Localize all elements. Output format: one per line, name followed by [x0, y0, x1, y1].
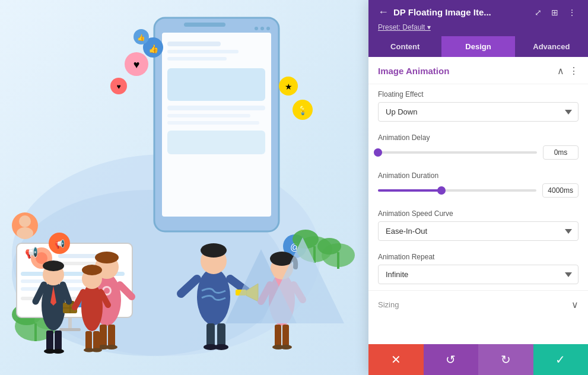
svg-rect-43 — [58, 254, 112, 258]
svg-line-66 — [120, 285, 132, 297]
svg-point-38 — [317, 238, 341, 255]
animation-delay-track[interactable] — [378, 151, 537, 154]
panel-title-area: ← DP Floating Image Ite... — [378, 6, 491, 18]
fullscreen-icon-button[interactable]: ⤢ — [532, 7, 544, 18]
tab-design[interactable]: Design — [441, 36, 514, 57]
sizing-title: Sizing — [378, 300, 399, 309]
svg-point-76 — [270, 252, 294, 266]
tab-advanced[interactable]: Advanced — [515, 36, 588, 57]
redo-button[interactable]: ↻ — [478, 344, 533, 375]
svg-rect-6 — [167, 50, 239, 53]
svg-rect-11 — [167, 121, 259, 125]
svg-rect-40 — [17, 243, 132, 317]
svg-point-30 — [15, 312, 56, 341]
svg-point-62 — [93, 274, 121, 326]
svg-rect-93 — [55, 330, 62, 351]
panel-header: ← DP Floating Image Ite... ⤢ ⊞ ⋮ Preset:… — [368, 0, 588, 36]
image-animation-title: Image Animation — [378, 66, 449, 76]
svg-rect-5 — [167, 42, 221, 46]
svg-point-61 — [214, 344, 228, 350]
animation-speed-curve-field: Animation Speed Curve Ease-In-Out Ease-I… — [368, 204, 588, 247]
more-options-button[interactable]: ⋮ — [565, 7, 579, 18]
svg-line-99 — [75, 292, 83, 307]
svg-rect-92 — [46, 330, 53, 351]
svg-point-13 — [255, 27, 258, 30]
illustration: ♥ ♥ 👍 👍 ★ 💡 @ — [0, 0, 356, 375]
svg-rect-101 — [85, 331, 92, 350]
animation-delay-field: Animation Delay 0ms — [368, 128, 588, 166]
floating-effect-select[interactable]: Up Down Left Right Diagonal None — [378, 102, 579, 122]
svg-point-63 — [95, 255, 119, 279]
svg-point-16 — [125, 52, 148, 76]
svg-line-65 — [82, 285, 94, 300]
svg-point-109 — [17, 227, 33, 239]
animation-repeat-label: Animation Repeat — [378, 253, 579, 261]
svg-point-84 — [43, 264, 64, 285]
delete-button[interactable]: ✕ — [368, 344, 424, 375]
animation-delay-thumb[interactable] — [374, 148, 382, 157]
sizing-expand-button[interactable]: ∨ — [571, 299, 579, 310]
animation-repeat-field: Animation Repeat Infinite Once Twice 3 T… — [368, 247, 588, 290]
svg-line-90 — [36, 285, 44, 301]
svg-rect-80 — [282, 325, 289, 347]
svg-point-14 — [260, 27, 264, 30]
svg-line-77 — [261, 285, 270, 301]
svg-rect-7 — [167, 57, 227, 61]
save-button[interactable]: ✓ — [533, 344, 589, 375]
animation-duration-thumb[interactable] — [437, 186, 446, 195]
animation-repeat-select[interactable]: Infinite Once Twice 3 Times — [378, 265, 579, 284]
svg-point-110 — [49, 233, 70, 254]
tab-content[interactable]: Content — [368, 36, 441, 57]
svg-line-55 — [181, 279, 197, 294]
svg-rect-58 — [206, 323, 215, 347]
columns-icon-button[interactable]: ⊞ — [549, 7, 561, 18]
sizing-section-header[interactable]: Sizing ∨ — [368, 291, 588, 319]
svg-rect-87 — [66, 301, 74, 304]
svg-point-68 — [102, 286, 112, 295]
svg-rect-39 — [337, 252, 339, 269]
svg-point-32 — [34, 312, 61, 329]
animation-speed-curve-select[interactable]: Ease-In-Out Ease-In Ease-Out Linear — [378, 221, 579, 241]
svg-point-28 — [283, 234, 307, 258]
svg-point-95 — [52, 349, 64, 354]
svg-text:💡: 💡 — [297, 105, 309, 116]
svg-text:♥: ♥ — [116, 82, 120, 91]
svg-line-56 — [230, 279, 246, 291]
animation-duration-slider-row: 4000ms — [378, 183, 579, 198]
svg-rect-12 — [167, 131, 265, 154]
svg-point-73 — [106, 345, 117, 349]
svg-rect-86 — [63, 303, 77, 313]
svg-text:@: @ — [290, 242, 300, 252]
svg-point-64 — [95, 252, 119, 263]
svg-point-104 — [91, 348, 102, 352]
animation-duration-value: 4000ms — [542, 183, 579, 198]
animation-duration-track[interactable] — [378, 189, 536, 192]
animation-speed-curve-label: Animation Speed Curve — [378, 209, 579, 218]
settings-panel: ← DP Floating Image Ite... ⤢ ⊞ ⋮ Preset:… — [368, 0, 588, 375]
animation-duration-label: Animation Duration — [378, 171, 579, 180]
undo-button[interactable]: ↺ — [424, 344, 479, 375]
preset-selector[interactable]: Preset: Default ▾ — [378, 23, 579, 31]
animation-duration-fill — [378, 189, 441, 192]
section-more-button[interactable]: ⋮ — [569, 65, 579, 77]
svg-rect-57 — [236, 290, 246, 295]
svg-point-53 — [201, 248, 227, 274]
back-button[interactable]: ← — [378, 6, 389, 18]
section-collapse-button[interactable]: ∧ — [557, 65, 564, 77]
panel-header-icons: ⤢ ⊞ ⋮ — [532, 7, 579, 18]
panel-title: DP Floating Image Ite... — [393, 7, 491, 17]
svg-marker-106 — [261, 237, 344, 323]
svg-rect-2 — [154, 18, 279, 231]
svg-point-0 — [12, 154, 320, 356]
svg-point-15 — [266, 27, 270, 30]
section-controls: ∧ ⋮ — [557, 65, 579, 77]
svg-rect-46 — [21, 279, 113, 283]
svg-rect-47 — [21, 287, 119, 291]
svg-rect-50 — [59, 328, 81, 331]
svg-rect-8 — [167, 68, 265, 101]
svg-point-107 — [12, 212, 38, 239]
svg-rect-71 — [108, 325, 115, 347]
svg-text:♥: ♥ — [134, 59, 140, 71]
svg-text:📢: 📢 — [25, 246, 39, 259]
svg-point-74 — [269, 274, 295, 326]
